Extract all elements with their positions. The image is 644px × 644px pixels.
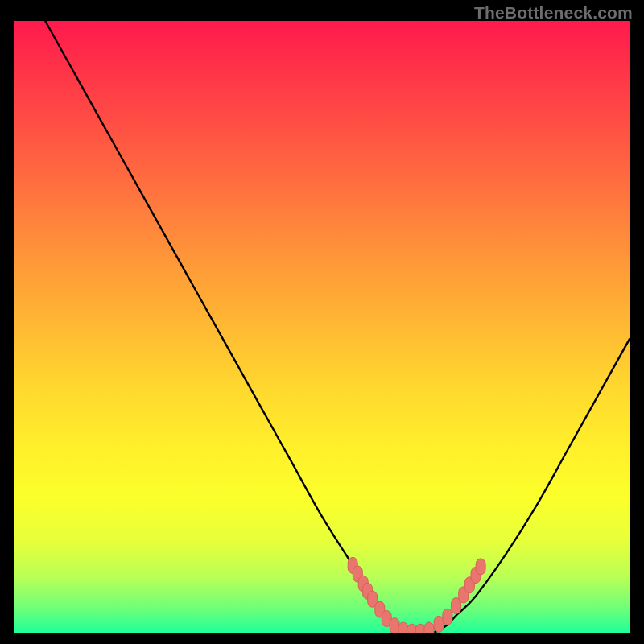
chart-frame: TheBottleneck.com (0, 0, 644, 644)
watermark-text: TheBottleneck.com (474, 3, 633, 23)
chart-gradient-area (14, 21, 630, 633)
